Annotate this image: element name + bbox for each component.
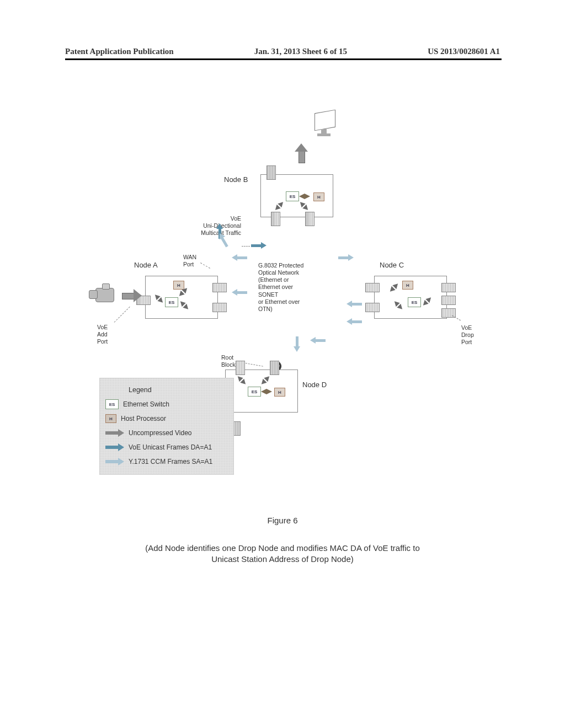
wan-port-label: WAN Port bbox=[183, 254, 196, 268]
node-a-label: Node A bbox=[134, 261, 158, 269]
port-link bbox=[274, 200, 285, 211]
port-link bbox=[422, 296, 433, 307]
port-link bbox=[260, 374, 271, 386]
legend-box: Legend ES Ethernet Switch H Host Process… bbox=[99, 378, 234, 475]
ccm-arrow-icon bbox=[347, 319, 362, 324]
node-d-box: ES H bbox=[225, 370, 298, 413]
port-link bbox=[393, 299, 404, 311]
node-b-box: ES H bbox=[260, 174, 333, 217]
header-rule bbox=[65, 58, 502, 60]
output-arrow-up bbox=[295, 143, 307, 163]
ccm-arrow-icon bbox=[294, 336, 300, 352]
patent-header: Patent Application Publication Jan. 31, … bbox=[0, 47, 565, 56]
port-link bbox=[153, 293, 164, 304]
port-link bbox=[179, 299, 190, 311]
legend-row-ccm: Y.1731 CCM Frames SA=A1 bbox=[105, 454, 227, 469]
es-box-b: ES bbox=[286, 191, 299, 201]
diagram-canvas: Node B ES H VoE Uni-Directional Multicas… bbox=[65, 110, 501, 540]
ccm-arrow-icon bbox=[347, 301, 362, 307]
port-link bbox=[388, 282, 399, 293]
es-box-c: ES bbox=[408, 297, 421, 307]
ccm-arrow-icon bbox=[338, 255, 354, 260]
legend-label: Uncompressed Video bbox=[129, 429, 192, 437]
camera-icon bbox=[90, 281, 120, 304]
legend-row-host: H Host Processor bbox=[105, 411, 227, 426]
h-box-d: H bbox=[274, 388, 285, 397]
voe-traffic-label: VoE Uni-Directional Multicast Traffic bbox=[186, 215, 241, 237]
node-c-label: Node C bbox=[380, 261, 404, 269]
monitor-icon bbox=[313, 110, 338, 139]
leader-line bbox=[114, 307, 130, 323]
ccm-arrow-icon bbox=[310, 338, 326, 343]
legend-label: VoE Unicast Frames DA=A1 bbox=[129, 443, 212, 451]
legend-row-uncompressed: Uncompressed Video bbox=[105, 426, 227, 440]
legend-row-voe-unicast: VoE Unicast Frames DA=A1 bbox=[105, 440, 227, 454]
es-h-link bbox=[261, 389, 272, 394]
legend-title: Legend bbox=[105, 383, 227, 397]
es-box-a: ES bbox=[165, 297, 178, 307]
es-box-d: ES bbox=[248, 387, 261, 397]
caption-line-1: (Add Node identifies one Drop Node and m… bbox=[0, 543, 565, 553]
ccm-arrow-icon bbox=[232, 290, 247, 295]
legend-label: Y.1731 CCM Frames SA=A1 bbox=[129, 458, 212, 465]
voe-add-port-label: VoE Add Port bbox=[97, 324, 108, 345]
node-b-label: Node B bbox=[224, 175, 248, 184]
legend-row-es: ES Ethernet Switch bbox=[105, 397, 227, 411]
leader-line bbox=[452, 315, 461, 321]
header-center: Jan. 31, 2013 Sheet 6 of 15 bbox=[254, 47, 347, 56]
caption-line-2: Unicast Station Address of Drop Node) bbox=[0, 554, 565, 564]
header-left: Patent Application Publication bbox=[65, 47, 174, 56]
node-c-box: H ES bbox=[374, 276, 447, 319]
node-d-label: Node D bbox=[302, 381, 327, 389]
node-a-box: H ES bbox=[145, 276, 218, 319]
legend-label: Host Processor bbox=[121, 415, 166, 422]
voe-arrow-icon bbox=[251, 243, 266, 248]
protected-network-label: G.8032 Protected Optical Network (Ethern… bbox=[258, 262, 330, 313]
port-link bbox=[178, 286, 189, 297]
input-arrow-right bbox=[122, 290, 142, 302]
port-link bbox=[299, 200, 310, 211]
figure-number: Figure 6 bbox=[0, 516, 565, 525]
root-block-label: Root Block bbox=[221, 354, 236, 368]
es-h-link bbox=[299, 194, 310, 199]
port-link bbox=[236, 374, 247, 386]
leader-line bbox=[242, 246, 250, 247]
legend-label: Ethernet Switch bbox=[123, 400, 169, 408]
h-box-c: H bbox=[402, 281, 413, 290]
header-right: US 2013/0028601 A1 bbox=[428, 47, 500, 56]
leader-line bbox=[200, 263, 210, 269]
ccm-arrow-icon bbox=[232, 255, 247, 260]
voe-drop-port-label: VoE Drop Port bbox=[461, 324, 474, 346]
h-box-b: H bbox=[313, 192, 324, 201]
